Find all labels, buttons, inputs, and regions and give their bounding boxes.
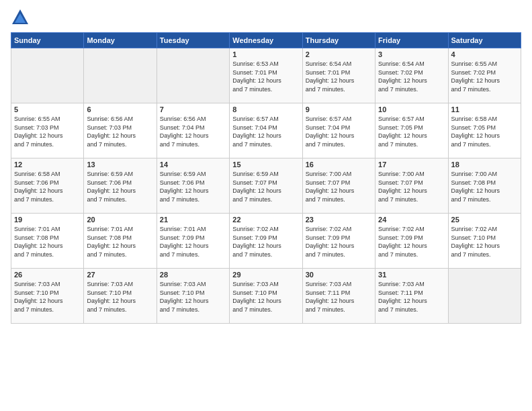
day-info: Sunrise: 6:58 AM Sunset: 7:06 PM Dayligh… [14,170,81,203]
calendar-cell: 13Sunrise: 6:59 AM Sunset: 7:06 PM Dayli… [84,158,157,214]
day-number: 16 [306,161,372,169]
day-info: Sunrise: 6:56 AM Sunset: 7:03 PM Dayligh… [87,115,153,148]
day-number: 21 [160,216,226,224]
day-number: 5 [14,105,81,113]
weekday-header-row: SundayMondayTuesdayWednesdayThursdayFrid… [11,33,521,48]
day-info: Sunrise: 7:00 AM Sunset: 7:07 PM Dayligh… [306,170,372,203]
day-info: Sunrise: 6:59 AM Sunset: 7:06 PM Dayligh… [160,170,226,203]
calendar-cell: 11Sunrise: 6:58 AM Sunset: 7:05 PM Dayli… [448,103,521,158]
calendar-cell [11,48,84,103]
day-number: 13 [87,161,153,169]
calendar-cell: 25Sunrise: 7:02 AM Sunset: 7:10 PM Dayli… [448,214,521,269]
calendar-cell: 26Sunrise: 7:03 AM Sunset: 7:10 PM Dayli… [11,269,84,324]
day-number: 11 [451,105,518,113]
day-number: 29 [232,271,299,279]
page: SundayMondayTuesdayWednesdayThursdayFrid… [0,0,532,411]
day-info: Sunrise: 6:59 AM Sunset: 7:06 PM Dayligh… [87,170,153,203]
calendar-cell: 15Sunrise: 6:59 AM Sunset: 7:07 PM Dayli… [230,158,302,214]
day-info: Sunrise: 6:54 AM Sunset: 7:02 PM Dayligh… [378,60,445,93]
weekday-header-thursday: Thursday [302,33,375,48]
day-number: 12 [14,161,81,169]
weekday-header-friday: Friday [375,33,448,48]
day-number: 1 [232,50,299,58]
calendar-cell: 29Sunrise: 7:03 AM Sunset: 7:10 PM Dayli… [230,269,302,324]
day-info: Sunrise: 6:56 AM Sunset: 7:04 PM Dayligh… [160,115,226,148]
calendar-cell: 28Sunrise: 7:03 AM Sunset: 7:10 PM Dayli… [157,269,229,324]
calendar-cell: 5Sunrise: 6:55 AM Sunset: 7:03 PM Daylig… [11,103,84,158]
day-info: Sunrise: 6:57 AM Sunset: 7:04 PM Dayligh… [306,115,372,148]
day-info: Sunrise: 6:58 AM Sunset: 7:05 PM Dayligh… [451,115,518,148]
week-row-3: 12Sunrise: 6:58 AM Sunset: 7:06 PM Dayli… [11,158,521,214]
day-info: Sunrise: 7:02 AM Sunset: 7:10 PM Dayligh… [451,225,518,259]
calendar-cell: 1Sunrise: 6:53 AM Sunset: 7:01 PM Daylig… [230,48,302,103]
day-number: 30 [306,271,372,279]
day-number: 31 [378,271,445,279]
calendar-cell: 9Sunrise: 6:57 AM Sunset: 7:04 PM Daylig… [302,103,375,158]
weekday-header-saturday: Saturday [448,33,521,48]
day-number: 25 [451,216,518,224]
day-info: Sunrise: 7:00 AM Sunset: 7:08 PM Dayligh… [451,170,518,203]
day-number: 10 [378,105,445,113]
day-info: Sunrise: 7:03 AM Sunset: 7:10 PM Dayligh… [160,280,226,314]
week-row-4: 19Sunrise: 7:01 AM Sunset: 7:08 PM Dayli… [11,214,521,269]
calendar-cell [448,269,521,324]
day-number: 3 [378,50,445,58]
calendar-cell: 22Sunrise: 7:02 AM Sunset: 7:09 PM Dayli… [230,214,302,269]
day-number: 28 [160,271,226,279]
calendar-cell: 23Sunrise: 7:02 AM Sunset: 7:09 PM Dayli… [302,214,375,269]
calendar-cell: 7Sunrise: 6:56 AM Sunset: 7:04 PM Daylig… [157,103,229,158]
calendar-cell: 12Sunrise: 6:58 AM Sunset: 7:06 PM Dayli… [11,158,84,214]
calendar-cell: 14Sunrise: 6:59 AM Sunset: 7:06 PM Dayli… [157,158,229,214]
calendar-cell: 18Sunrise: 7:00 AM Sunset: 7:08 PM Dayli… [448,158,521,214]
day-info: Sunrise: 7:03 AM Sunset: 7:11 PM Dayligh… [378,280,445,314]
calendar-cell: 24Sunrise: 7:02 AM Sunset: 7:09 PM Dayli… [375,214,448,269]
day-number: 14 [160,161,226,169]
day-number: 7 [160,105,226,113]
week-row-5: 26Sunrise: 7:03 AM Sunset: 7:10 PM Dayli… [11,269,521,324]
day-info: Sunrise: 7:00 AM Sunset: 7:07 PM Dayligh… [378,170,445,203]
day-info: Sunrise: 6:59 AM Sunset: 7:07 PM Dayligh… [232,170,299,203]
day-info: Sunrise: 7:03 AM Sunset: 7:10 PM Dayligh… [14,280,81,314]
calendar-cell: 4Sunrise: 6:55 AM Sunset: 7:02 PM Daylig… [448,48,521,103]
day-number: 23 [306,216,372,224]
day-info: Sunrise: 7:01 AM Sunset: 7:09 PM Dayligh… [160,225,226,259]
weekday-header-tuesday: Tuesday [157,33,229,48]
header [11,8,521,27]
logo-icon [11,8,30,27]
calendar-cell: 20Sunrise: 7:01 AM Sunset: 7:08 PM Dayli… [84,214,157,269]
day-number: 18 [451,161,518,169]
calendar-cell [157,48,229,103]
calendar-cell [84,48,157,103]
weekday-header-wednesday: Wednesday [230,33,302,48]
calendar-cell: 6Sunrise: 6:56 AM Sunset: 7:03 PM Daylig… [84,103,157,158]
day-number: 27 [87,271,153,279]
calendar-cell: 8Sunrise: 6:57 AM Sunset: 7:04 PM Daylig… [230,103,302,158]
day-number: 8 [232,105,299,113]
day-number: 17 [378,161,445,169]
day-number: 4 [451,50,518,58]
weekday-header-monday: Monday [84,33,157,48]
calendar-table: SundayMondayTuesdayWednesdayThursdayFrid… [11,32,521,324]
day-info: Sunrise: 7:02 AM Sunset: 7:09 PM Dayligh… [232,225,299,259]
calendar-cell: 21Sunrise: 7:01 AM Sunset: 7:09 PM Dayli… [157,214,229,269]
day-info: Sunrise: 7:02 AM Sunset: 7:09 PM Dayligh… [378,225,445,259]
weekday-header-sunday: Sunday [11,33,84,48]
day-info: Sunrise: 7:01 AM Sunset: 7:08 PM Dayligh… [14,225,81,259]
calendar-cell: 27Sunrise: 7:03 AM Sunset: 7:10 PM Dayli… [84,269,157,324]
day-number: 26 [14,271,81,279]
day-info: Sunrise: 7:01 AM Sunset: 7:08 PM Dayligh… [87,225,153,259]
day-number: 6 [87,105,153,113]
week-row-1: 1Sunrise: 6:53 AM Sunset: 7:01 PM Daylig… [11,48,521,103]
day-info: Sunrise: 7:03 AM Sunset: 7:10 PM Dayligh… [87,280,153,314]
calendar-cell: 30Sunrise: 7:03 AM Sunset: 7:11 PM Dayli… [302,269,375,324]
day-info: Sunrise: 6:57 AM Sunset: 7:04 PM Dayligh… [232,115,299,148]
day-number: 22 [232,216,299,224]
day-number: 15 [232,161,299,169]
calendar-cell: 2Sunrise: 6:54 AM Sunset: 7:01 PM Daylig… [302,48,375,103]
day-number: 19 [14,216,81,224]
day-number: 9 [306,105,372,113]
logo [11,8,32,27]
calendar-cell: 10Sunrise: 6:57 AM Sunset: 7:05 PM Dayli… [375,103,448,158]
day-info: Sunrise: 6:53 AM Sunset: 7:01 PM Dayligh… [232,60,299,93]
day-info: Sunrise: 6:57 AM Sunset: 7:05 PM Dayligh… [378,115,445,148]
